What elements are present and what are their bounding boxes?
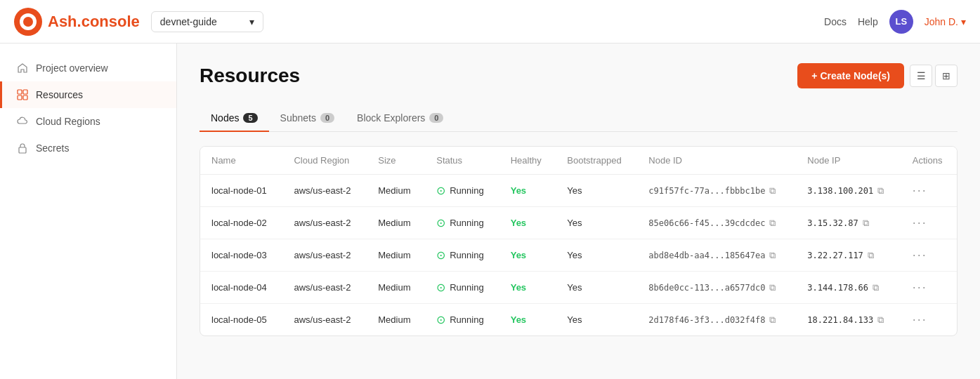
row-actions-button[interactable]: ··· (913, 248, 927, 262)
node-id-text: 85e06c66-f45...39cdcdec (648, 218, 765, 228)
row-actions-button[interactable]: ··· (913, 280, 927, 294)
table-row: local-node-05 aws/us-east-2 Medium ⊙ Run… (200, 304, 957, 336)
cell-node-ip: 18.221.84.133 ⧉ (796, 304, 901, 336)
help-link[interactable]: Help (858, 16, 878, 27)
copy-node-id-button[interactable]: ⧉ (769, 250, 776, 261)
user-name-text: John D. (925, 16, 958, 27)
cell-cloud-region: aws/us-east-2 (282, 272, 367, 304)
sidebar-item-project-overview[interactable]: Project overview (0, 55, 176, 81)
copy-node-ip-button[interactable]: ⧉ (877, 314, 884, 326)
user-menu[interactable]: John D. ▾ (925, 16, 966, 27)
sidebar-item-secrets[interactable]: Secrets (0, 135, 176, 161)
nodes-table-container: Name Cloud Region Size Status Healthy Bo… (200, 146, 958, 336)
tab-block-explorers[interactable]: Block Explorers 0 (346, 105, 455, 132)
cell-name: local-node-03 (200, 239, 282, 272)
cell-actions: ··· (901, 272, 957, 304)
sidebar: Project overview Resources (0, 44, 177, 379)
cell-healthy: Yes (499, 207, 556, 239)
tabs: Nodes 5 Subnets 0 Block Explorers 0 (200, 105, 958, 132)
grid-view-button[interactable]: ⊞ (935, 65, 958, 87)
svg-rect-4 (23, 90, 27, 94)
table-header-row: Name Cloud Region Size Status Healthy Bo… (200, 147, 957, 175)
copy-node-ip-button[interactable]: ⧉ (863, 218, 869, 229)
main-header: Resources + Create Node(s) ☰ ⊞ (200, 63, 958, 88)
col-cloud-region: Cloud Region (282, 147, 367, 175)
node-id-text: abd8e4db-aa4...185647ea (648, 251, 765, 260)
copy-node-ip-button[interactable]: ⧉ (873, 282, 879, 293)
body: Project overview Resources (0, 44, 980, 379)
copy-node-ip-button[interactable]: ⧉ (868, 250, 874, 261)
cell-bootstrapped: Yes (556, 272, 637, 304)
cell-node-ip: 3.144.178.66 ⧉ (796, 272, 901, 304)
header: Ash.console devnet-guide ▾ Docs Help LS … (0, 0, 980, 44)
tab-block-explorers-label: Block Explorers (357, 112, 425, 124)
copy-node-id-button[interactable]: ⧉ (769, 218, 776, 229)
copy-node-id-button[interactable]: ⧉ (769, 314, 776, 326)
tab-subnets[interactable]: Subnets 0 (269, 105, 346, 132)
cell-node-ip: 3.15.32.87 ⧉ (796, 207, 901, 239)
copy-node-id-button[interactable]: ⧉ (769, 185, 776, 197)
col-status: Status (425, 147, 499, 175)
cell-size: Medium (367, 304, 425, 336)
row-actions-button[interactable]: ··· (913, 312, 927, 326)
table-row: local-node-04 aws/us-east-2 Medium ⊙ Run… (200, 272, 957, 304)
project-selector-value: devnet-guide (160, 16, 217, 27)
cell-cloud-region: aws/us-east-2 (282, 239, 367, 272)
logo-icon (14, 8, 42, 36)
cell-healthy: Yes (499, 304, 556, 336)
svg-rect-6 (23, 95, 27, 100)
node-id-text: c91f57fc-77a...fbbbc1be (648, 186, 765, 196)
cell-node-id: c91f57fc-77a...fbbbc1be ⧉ (637, 175, 796, 207)
table-row: local-node-03 aws/us-east-2 Medium ⊙ Run… (200, 239, 957, 272)
header-right: Docs Help LS John D. ▾ (824, 10, 966, 34)
docs-link[interactable]: Docs (824, 16, 847, 27)
tab-nodes-badge: 5 (243, 113, 257, 123)
project-selector[interactable]: devnet-guide ▾ (151, 11, 263, 32)
running-icon: ⊙ (436, 216, 445, 230)
cell-size: Medium (367, 175, 425, 207)
header-actions: + Create Node(s) ☰ ⊞ (797, 63, 958, 88)
page-title: Resources (200, 65, 300, 87)
cell-size: Medium (367, 207, 425, 239)
table-row: local-node-02 aws/us-east-2 Medium ⊙ Run… (200, 207, 957, 239)
status-text: Running (450, 282, 483, 293)
sidebar-label-cloud-regions: Cloud Regions (36, 116, 100, 127)
cell-status: ⊙ Running (425, 207, 499, 239)
header-left: Ash.console devnet-guide ▾ (14, 8, 263, 36)
grid-view-icon: ⊞ (942, 70, 950, 81)
resources-icon (16, 88, 29, 101)
node-id-text: 2d178f46-3f3...d032f4f8 (648, 315, 765, 325)
sidebar-item-resources[interactable]: Resources (0, 81, 176, 108)
cell-size: Medium (367, 272, 425, 304)
svg-rect-5 (18, 95, 22, 100)
sidebar-item-cloud-regions[interactable]: Cloud Regions (0, 108, 176, 135)
logo[interactable]: Ash.console (14, 8, 140, 36)
home-icon (16, 62, 29, 74)
list-view-button[interactable]: ☰ (910, 65, 932, 87)
cell-healthy: Yes (499, 175, 556, 207)
cell-actions: ··· (901, 304, 957, 336)
cloud-icon (16, 115, 29, 128)
lock-icon (16, 142, 29, 154)
main-content: Resources + Create Node(s) ☰ ⊞ (177, 44, 980, 379)
cell-actions: ··· (901, 207, 957, 239)
cell-bootstrapped: Yes (556, 175, 637, 207)
user-avatar: LS (889, 10, 913, 34)
row-actions-button[interactable]: ··· (913, 215, 927, 230)
copy-node-id-button[interactable]: ⧉ (769, 282, 776, 293)
node-ip-text: 3.22.27.117 (807, 251, 863, 260)
tab-block-explorers-badge: 0 (429, 113, 443, 123)
cell-name: local-node-02 (200, 207, 282, 239)
tab-nodes[interactable]: Nodes 5 (200, 105, 269, 132)
copy-node-ip-button[interactable]: ⧉ (877, 185, 884, 197)
user-chevron-icon: ▾ (961, 16, 966, 27)
cell-bootstrapped: Yes (556, 207, 637, 239)
logo-text: Ash.console (48, 13, 140, 31)
running-icon: ⊙ (436, 281, 445, 294)
nodes-table: Name Cloud Region Size Status Healthy Bo… (200, 147, 957, 335)
cell-actions: ··· (901, 175, 957, 207)
cell-cloud-region: aws/us-east-2 (282, 207, 367, 239)
create-nodes-button[interactable]: + Create Node(s) (797, 63, 904, 88)
row-actions-button[interactable]: ··· (913, 183, 927, 197)
tab-subnets-label: Subnets (280, 112, 316, 124)
